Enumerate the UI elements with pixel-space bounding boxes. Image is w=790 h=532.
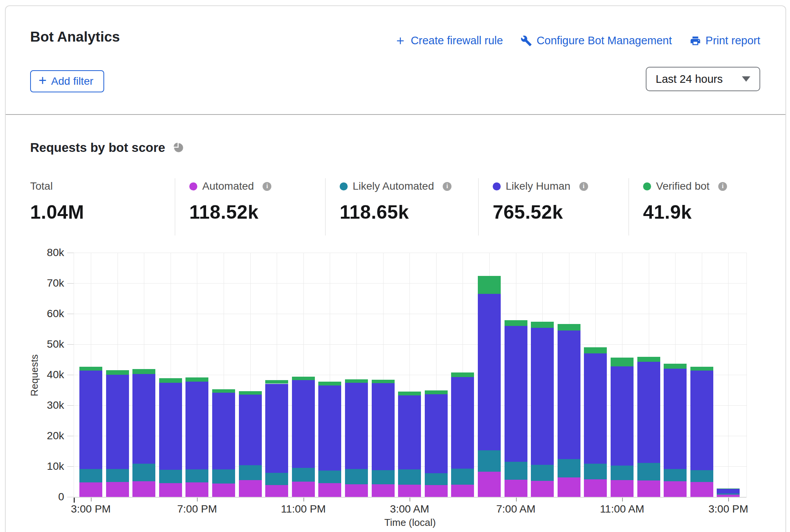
plus-icon: +: [39, 75, 47, 86]
section-title-row: Requests by bot score: [30, 140, 185, 155]
stat-value: 1.04M: [30, 201, 84, 223]
time-range-dropdown[interactable]: Last 24 hours: [646, 67, 760, 91]
stat-value: 118.65k: [340, 201, 451, 223]
time-range-value: Last 24 hours: [656, 73, 723, 85]
action-link-configure-bot-management[interactable]: Configure Bot Management: [521, 34, 672, 47]
stat-label: Likely Human: [506, 180, 571, 192]
action-label: Print report: [706, 34, 760, 47]
section-title: Requests by bot score: [30, 140, 165, 155]
stat-divider: [325, 178, 326, 235]
pie-chart-icon: [172, 141, 185, 154]
stat-value: 765.52k: [493, 201, 588, 223]
info-icon[interactable]: i: [579, 182, 588, 191]
stat-label: Total: [30, 180, 53, 192]
legend-dot: [189, 182, 197, 190]
add-filter-button[interactable]: + Add filter: [30, 70, 104, 92]
stat-verified-bot: Verified boti41.9k: [643, 180, 727, 223]
info-icon[interactable]: i: [443, 182, 451, 191]
stat-label: Verified bot: [656, 180, 709, 192]
add-filter-label: Add filter: [51, 75, 94, 87]
legend-dot: [493, 182, 501, 190]
stat-divider: [629, 178, 629, 235]
stat-value: 118.52k: [189, 201, 271, 223]
chevron-down-icon: [742, 76, 750, 82]
printer-icon: [690, 35, 701, 47]
stat-total: Total1.04M: [30, 180, 84, 223]
info-icon[interactable]: i: [718, 182, 727, 191]
stat-label: Likely Automated: [353, 180, 434, 192]
action-label: Create firewall rule: [411, 34, 503, 47]
stat-divider: [175, 178, 175, 235]
wrench-icon: [521, 35, 532, 47]
stat-likely-human: Likely Humani765.52k: [493, 180, 588, 223]
plus-icon: [395, 35, 406, 47]
action-label: Configure Bot Management: [537, 34, 672, 47]
stat-likely-automated: Likely Automatedi118.65k: [340, 180, 451, 223]
stat-value: 41.9k: [643, 201, 727, 223]
page-title: Bot Analytics: [30, 29, 120, 45]
action-link-create-firewall-rule[interactable]: Create firewall rule: [395, 34, 503, 47]
stat-automated: Automatedi118.52k: [189, 180, 271, 223]
header-actions: Create firewall ruleConfigure Bot Manage…: [395, 34, 760, 47]
stat-divider: [478, 178, 479, 235]
bot-analytics-card: Bot Analytics Create firewall ruleConfig…: [5, 5, 786, 532]
info-icon[interactable]: i: [263, 182, 271, 191]
stat-label: Automated: [202, 180, 254, 192]
action-link-print-report[interactable]: Print report: [690, 34, 760, 47]
legend-dot: [643, 182, 651, 190]
legend-dot: [340, 182, 348, 190]
card-header: Bot Analytics Create firewall ruleConfig…: [6, 6, 785, 115]
stats-row: Total1.04MAutomatedi118.52kLikely Automa…: [30, 180, 771, 248]
